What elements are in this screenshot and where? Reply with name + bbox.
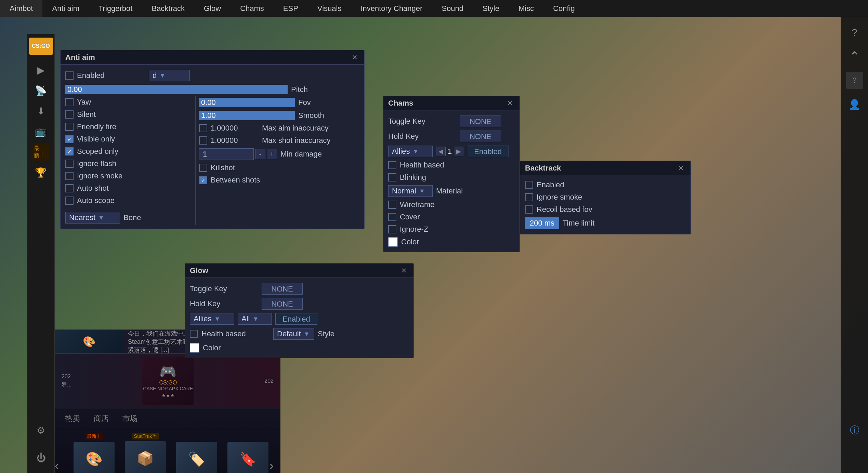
menu-item-glow[interactable]: Glow xyxy=(194,0,231,17)
menu-item-chams[interactable]: Chams xyxy=(231,0,274,17)
backtrack-recoil-checkbox[interactable] xyxy=(525,205,533,214)
hold-key-btn[interactable]: NONE xyxy=(460,131,501,142)
glow-allies-dropdown[interactable]: Allies ▼ xyxy=(190,313,234,325)
chams-color-swatch[interactable] xyxy=(388,237,398,247)
info-icon[interactable]: ⓘ xyxy=(846,422,863,439)
blinking-checkbox[interactable] xyxy=(388,173,396,181)
sidebar-radio-icon[interactable]: 📡 xyxy=(32,82,50,99)
min-damage-minus[interactable]: - xyxy=(255,149,265,159)
item-img-1[interactable]: 📦 xyxy=(125,441,166,473)
scoped-only-checkbox[interactable] xyxy=(65,147,74,156)
smooth-slider[interactable]: 1.00 xyxy=(199,111,295,120)
cover-checkbox[interactable] xyxy=(388,213,396,221)
chevron-up-icon[interactable]: ⌃ xyxy=(846,48,863,65)
fov-slider[interactable]: 0.00 xyxy=(199,98,295,107)
cover-label: Cover xyxy=(400,213,468,221)
sidebar-download-icon[interactable]: ⬇ xyxy=(32,103,50,120)
glow-hold-btn[interactable]: NONE xyxy=(262,298,303,310)
row-pitch: 0.00 Pitch xyxy=(65,83,359,96)
max-aim-checkbox[interactable] xyxy=(199,124,207,132)
question-icon[interactable]: ? xyxy=(846,72,863,89)
csgo-logo: CS:GO xyxy=(29,38,53,55)
prev-arrow[interactable]: ‹ xyxy=(55,459,59,473)
between-shots-checkbox[interactable] xyxy=(199,176,207,184)
scoped-only-label: Scoped only xyxy=(77,147,145,156)
friendly-fire-checkbox[interactable] xyxy=(65,123,74,131)
menu-item-sound[interactable]: Sound xyxy=(432,0,473,17)
help-icon[interactable]: ? xyxy=(846,24,863,41)
sidebar-tv-icon[interactable]: 📺 xyxy=(32,123,50,140)
min-damage-plus[interactable]: + xyxy=(267,149,277,159)
smooth-label: Smooth xyxy=(298,111,367,120)
auto-shot-checkbox[interactable] xyxy=(65,184,74,192)
toggle-key-btn[interactable]: NONE xyxy=(460,116,501,127)
wireframe-checkbox[interactable] xyxy=(388,201,396,209)
sidebar-settings-icon[interactable]: ⚙ xyxy=(32,422,50,439)
glow-close[interactable]: × xyxy=(399,266,409,275)
auto-scope-checkbox[interactable] xyxy=(65,197,74,205)
backtrack-smoke-checkbox[interactable] xyxy=(525,193,533,201)
ignore-z-checkbox[interactable] xyxy=(388,225,396,233)
counter-next[interactable]: ▶ xyxy=(454,147,463,156)
menu-item-inventory[interactable]: Inventory Changer xyxy=(351,0,432,17)
max-shot-checkbox[interactable] xyxy=(199,136,207,145)
menu-item-style[interactable]: Style xyxy=(473,0,509,17)
glow-health-checkbox[interactable] xyxy=(190,330,198,338)
auto-scope-label: Auto scope xyxy=(77,196,145,205)
ignore-smoke-checkbox[interactable] xyxy=(65,172,74,180)
visible-only-checkbox[interactable] xyxy=(65,135,74,143)
menu-item-aimbot[interactable]: Aimbot xyxy=(0,0,42,17)
glow-default-label: Default xyxy=(277,329,301,338)
health-based-checkbox[interactable] xyxy=(388,161,396,169)
auto-shot-label: Auto shot xyxy=(77,184,145,193)
allies-dropdown[interactable]: Allies ▼ xyxy=(388,146,433,157)
menu-item-visuals[interactable]: Visuals xyxy=(308,0,351,17)
toggle-key-label: Toggle Key xyxy=(388,117,457,126)
killshot-checkbox[interactable] xyxy=(199,164,207,172)
normal-dropdown[interactable]: Normal ▼ xyxy=(388,185,433,197)
enabled-dropdown[interactable]: d ▼ xyxy=(149,70,190,81)
pitch-slider[interactable]: 0.00 xyxy=(65,85,288,94)
tab-hot[interactable]: 热卖 xyxy=(62,412,83,425)
menu-item-esp[interactable]: ESP xyxy=(274,0,308,17)
menu-item-backtrack[interactable]: Backtrack xyxy=(142,0,194,17)
nearest-dropdown[interactable]: Nearest ▼ xyxy=(65,212,120,224)
glow-toggle-btn[interactable]: NONE xyxy=(262,283,303,295)
menu-item-misc[interactable]: Misc xyxy=(509,0,543,17)
glow-row-allies: Allies ▼ All ▼ Enabled xyxy=(190,311,409,326)
backtrack-row-time: 200 ms Time limit xyxy=(525,216,686,231)
user-icon[interactable]: 👤 xyxy=(846,96,863,113)
right-sidebar: ? ⌃ ? 👤 ⓘ xyxy=(841,17,868,473)
menu-item-antiaim[interactable]: Anti aim xyxy=(42,0,89,17)
sidebar-new-icon[interactable]: 最新！ xyxy=(32,144,50,161)
sidebar-play-icon[interactable]: ▶ xyxy=(32,62,50,79)
sidebar-power-icon[interactable]: ⏻ xyxy=(32,449,50,466)
glow-color-swatch[interactable] xyxy=(190,343,199,353)
chams-close[interactable]: × xyxy=(505,98,515,108)
sidebar-trophy-icon[interactable]: 🏆 xyxy=(32,164,50,181)
tab-shop[interactable]: 商店 xyxy=(90,412,112,425)
tab-market[interactable]: 市场 xyxy=(119,412,141,425)
min-damage-label: Min damage xyxy=(280,150,349,159)
glow-enabled-btn[interactable]: Enabled xyxy=(275,313,317,325)
chams-enabled-btn[interactable]: Enabled xyxy=(467,146,509,157)
ignore-flash-checkbox[interactable] xyxy=(65,160,74,168)
item-img-3[interactable]: 🔖 xyxy=(227,442,268,473)
silent-checkbox[interactable] xyxy=(65,110,74,119)
row-yaw: Yaw xyxy=(65,96,192,108)
glow-all-dropdown[interactable]: All ▼ xyxy=(238,313,272,325)
menu-item-triggerbot[interactable]: Triggerbot xyxy=(89,0,142,17)
backtrack-close[interactable]: × xyxy=(676,163,686,173)
enabled-checkbox[interactable] xyxy=(65,71,74,80)
next-arrow[interactable]: › xyxy=(269,459,274,473)
row-visible-only: Visible only xyxy=(65,133,192,145)
counter-prev[interactable]: ◀ xyxy=(436,147,446,156)
item-img-2[interactable]: 🏷️ xyxy=(176,442,217,473)
backtrack-enabled-checkbox[interactable] xyxy=(525,181,533,189)
anti-aim-close[interactable]: × xyxy=(350,53,359,62)
yaw-checkbox[interactable] xyxy=(65,98,74,106)
glow-dialog: Glow × Toggle Key NONE Hold Key NONE All… xyxy=(185,263,414,358)
item-img-0[interactable]: 🎨 xyxy=(74,442,115,473)
glow-default-dropdown[interactable]: Default ▼ xyxy=(273,328,314,340)
menu-item-config[interactable]: Config xyxy=(543,0,584,17)
